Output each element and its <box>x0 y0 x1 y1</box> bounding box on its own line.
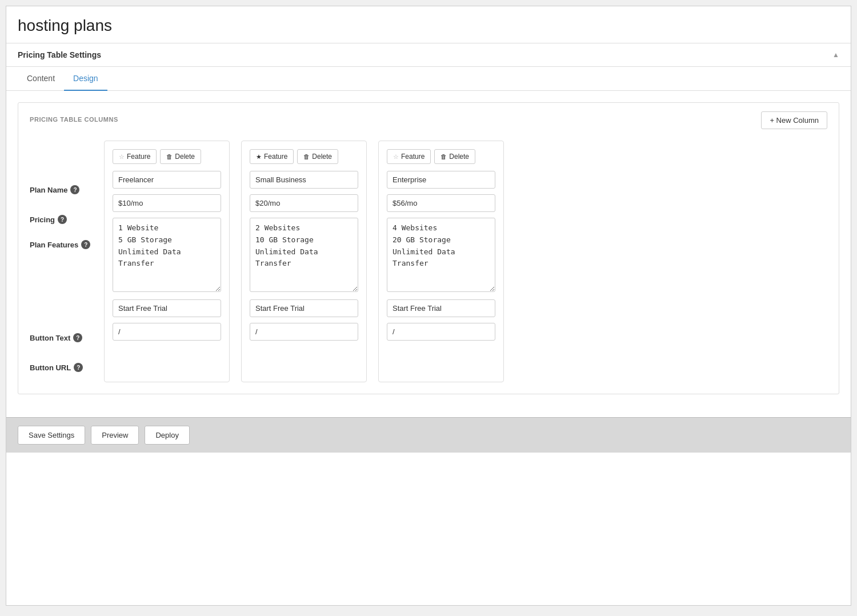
page-title: hosting plans <box>6 6 851 43</box>
tab-content[interactable]: Content <box>18 67 64 91</box>
col-3-button-text-input[interactable] <box>387 299 495 317</box>
pricing-help-icon[interactable]: ? <box>58 215 67 224</box>
col-1-buttons: ☆ Feature 🗑 Delete <box>113 149 221 164</box>
col-2-plan-name-input[interactable] <box>250 171 358 189</box>
col-1-feature-button[interactable]: ☆ Feature <box>113 149 157 164</box>
plan-columns: ☆ Feature 🗑 Delete 1 Website 5 GB Storag… <box>104 141 504 382</box>
plan-name-label-wrapper: Plan Name ? <box>30 175 104 205</box>
plan-name-label: Plan Name ? <box>30 185 79 194</box>
col-3-feature-button[interactable]: ☆ Feature <box>387 149 431 164</box>
col-1-trash-icon: 🗑 <box>166 153 173 160</box>
section-box-header: PRICING TABLE COLUMNS + New Column <box>30 114 827 129</box>
button-url-label-wrapper: Button URL ? <box>30 353 104 382</box>
col-3-features-textarea[interactable]: 4 Websites 20 GB Storage Unlimited Data … <box>387 218 495 292</box>
col-1-plan-name-input[interactable] <box>113 171 221 189</box>
button-text-label-wrapper: Button Text ? <box>30 323 104 353</box>
pricing-label: Pricing ? <box>30 215 67 224</box>
col-2-pricing-input[interactable] <box>250 194 358 212</box>
row-labels: Plan Name ? Pricing ? Plan Features <box>30 135 104 382</box>
col-1-delete-button[interactable]: 🗑 Delete <box>160 149 201 164</box>
features-label-wrapper: Plan Features ? <box>30 234 104 323</box>
features-help-icon[interactable]: ? <box>81 240 90 249</box>
col-3-plan-name-input[interactable] <box>387 171 495 189</box>
table-layout: Plan Name ? Pricing ? Plan Features <box>30 135 827 382</box>
col-3-star-icon: ☆ <box>393 153 399 161</box>
button-text-help-icon[interactable]: ? <box>73 333 82 342</box>
col-2-trash-icon: 🗑 <box>303 153 310 160</box>
tab-design[interactable]: Design <box>64 67 107 91</box>
col-3-button-url-input[interactable] <box>387 323 495 341</box>
plan-name-help-icon[interactable]: ? <box>70 185 79 194</box>
pricing-table-section: PRICING TABLE COLUMNS + New Column Plan … <box>18 102 839 394</box>
col-2-button-url-input[interactable] <box>250 323 358 341</box>
save-settings-button[interactable]: Save Settings <box>18 426 85 445</box>
col-2-star-icon: ★ <box>256 153 262 161</box>
pricing-table-columns-label: PRICING TABLE COLUMNS <box>30 116 118 123</box>
col-2-buttons: ★ Feature 🗑 Delete <box>250 149 358 164</box>
col-2-button-text-input[interactable] <box>250 299 358 317</box>
col-1-star-icon: ☆ <box>119 153 125 161</box>
col-3-trash-icon: 🗑 <box>440 153 447 160</box>
tabs-row: Content Design <box>6 67 851 91</box>
col-1-pricing-input[interactable] <box>113 194 221 212</box>
new-column-button[interactable]: + New Column <box>761 111 827 129</box>
col-2-features-textarea[interactable]: 2 Websites 10 GB Storage Unlimited Data … <box>250 218 358 292</box>
plan-column-3: ☆ Feature 🗑 Delete 4 Websites 20 GB Stor… <box>378 141 504 382</box>
col-3-pricing-input[interactable] <box>387 194 495 212</box>
col-1-button-url-input[interactable] <box>113 323 221 341</box>
plan-column-1: ☆ Feature 🗑 Delete 1 Website 5 GB Storag… <box>104 141 230 382</box>
col-3-buttons: ☆ Feature 🗑 Delete <box>387 149 495 164</box>
preview-button[interactable]: Preview <box>91 426 139 445</box>
footer-bar: Save Settings Preview Deploy <box>6 417 851 453</box>
col-3-delete-button[interactable]: 🗑 Delete <box>434 149 475 164</box>
pricing-label-wrapper: Pricing ? <box>30 205 104 234</box>
button-url-label: Button URL ? <box>30 363 83 372</box>
section-header: Pricing Table Settings ▲ <box>6 43 851 67</box>
page-wrapper: hosting plans Pricing Table Settings ▲ C… <box>6 6 851 606</box>
button-url-help-icon[interactable]: ? <box>74 363 83 372</box>
collapse-icon[interactable]: ▲ <box>832 51 839 59</box>
col-2-delete-button[interactable]: 🗑 Delete <box>297 149 338 164</box>
content-area: PRICING TABLE COLUMNS + New Column Plan … <box>6 91 851 406</box>
col-1-button-text-input[interactable] <box>113 299 221 317</box>
deploy-button[interactable]: Deploy <box>145 426 189 445</box>
section-header-title: Pricing Table Settings <box>18 50 101 59</box>
features-label: Plan Features ? <box>30 240 90 249</box>
plan-column-2: ★ Feature 🗑 Delete 2 Websites 10 GB Stor… <box>241 141 367 382</box>
col-2-feature-button[interactable]: ★ Feature <box>250 149 294 164</box>
button-text-label: Button Text ? <box>30 333 82 342</box>
col-1-features-textarea[interactable]: 1 Website 5 GB Storage Unlimited Data Tr… <box>113 218 221 292</box>
